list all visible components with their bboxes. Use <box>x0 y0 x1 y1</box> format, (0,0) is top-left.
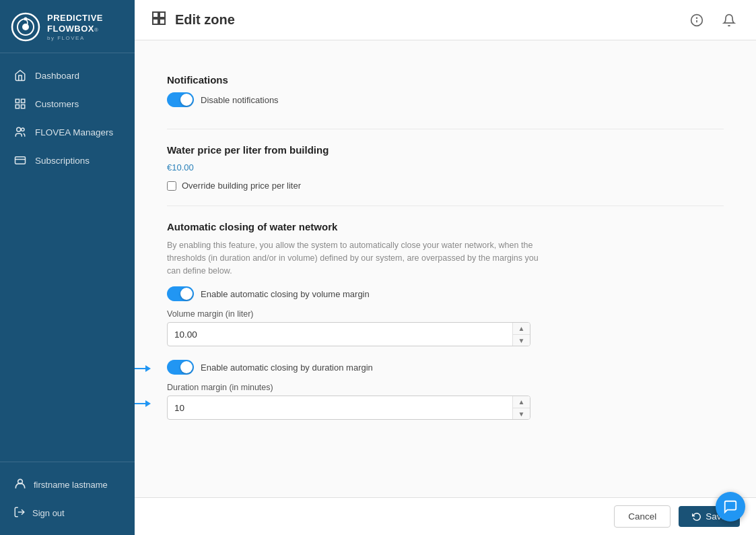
disable-notifications-row: Disable notifications <box>167 92 724 107</box>
duration-input-arrow <box>135 400 151 407</box>
duration-section: Enable automatic closing by duration mar… <box>167 360 724 420</box>
svg-rect-17 <box>153 19 158 24</box>
logo-sub: by FLOVEA <box>47 35 103 41</box>
sidebar-logo: PREDICTIVEFLOWBOX® by FLOVEA <box>0 0 135 53</box>
signout-icon <box>13 506 26 520</box>
main-content: Edit zone Notifications Disable notifica… <box>135 0 756 535</box>
auto-close-description: By enabling this feature, you allow the … <box>167 239 544 277</box>
override-price-row: Override building price per liter <box>167 181 724 191</box>
sidebar: PREDICTIVEFLOWBOX® by FLOVEA Dashboard C… <box>0 0 135 535</box>
save-icon <box>692 512 701 522</box>
managers-icon <box>13 125 27 139</box>
arrow-line <box>135 368 145 369</box>
cancel-button[interactable]: Cancel <box>614 505 671 528</box>
sidebar-item-label-dashboard: Dashboard <box>35 71 79 81</box>
svg-rect-15 <box>160 12 165 18</box>
duration-toggle-row: Enable automatic closing by duration mar… <box>167 360 724 375</box>
volume-input[interactable] <box>167 322 530 346</box>
info-button[interactable] <box>686 9 708 31</box>
volume-spin-down[interactable]: ▼ <box>513 335 530 346</box>
volume-toggle-thumb <box>180 288 193 300</box>
form-footer: Cancel Save <box>135 497 756 535</box>
sidebar-item-dashboard[interactable]: Dashboard <box>0 61 135 90</box>
volume-toggle-row: Enable automatic closing by volume margi… <box>167 286 724 301</box>
sidebar-item-customers[interactable]: Customers <box>0 90 135 118</box>
signout-label: Sign out <box>32 508 65 518</box>
signout-button[interactable]: Sign out <box>0 499 135 527</box>
duration-toggle-label: Enable automatic closing by duration mar… <box>201 363 373 373</box>
duration-spin-up[interactable]: ▲ <box>513 396 530 408</box>
svg-rect-4 <box>15 99 19 102</box>
page-title: Edit zone <box>175 12 235 28</box>
duration-toggle-track <box>167 360 194 375</box>
volume-spin-up[interactable]: ▲ <box>513 323 530 335</box>
duration-spin-buttons: ▲ ▼ <box>512 396 530 419</box>
sidebar-item-label-flovea: FLOVEA Managers <box>35 127 113 137</box>
volume-field-label: Volume margin (in liter) <box>167 309 724 319</box>
sidebar-item-subscriptions[interactable]: Subscriptions <box>0 146 135 175</box>
home-icon <box>13 69 27 82</box>
logo-brand: PREDICTIVEFLOWBOX® <box>47 13 103 34</box>
arrow-line-2 <box>135 403 145 404</box>
duration-input[interactable] <box>167 396 530 420</box>
username-label: firstname lastname <box>34 480 108 490</box>
header-actions <box>686 9 740 31</box>
user-avatar-icon <box>13 477 27 493</box>
svg-rect-10 <box>15 157 26 164</box>
auto-close-section: Automatic closing of water network By en… <box>167 206 724 435</box>
disable-notifications-toggle[interactable] <box>167 92 194 107</box>
notifications-bell-button[interactable] <box>718 9 740 31</box>
override-price-label[interactable]: Override building price per liter <box>182 181 301 191</box>
customers-icon <box>13 97 27 111</box>
edit-zone-icon <box>151 10 167 30</box>
notifications-title: Notifications <box>167 74 724 86</box>
duration-toggle-thumb <box>180 361 193 373</box>
override-price-checkbox[interactable] <box>167 181 176 191</box>
svg-rect-16 <box>160 19 165 24</box>
toggle-track <box>167 92 194 107</box>
volume-toggle-label: Enable automatic closing by volume margi… <box>201 289 370 299</box>
volume-field-group: Volume margin (in liter) ▲ ▼ <box>167 309 724 346</box>
logo-text-block: PREDICTIVEFLOWBOX® by FLOVEA <box>47 13 103 40</box>
duration-toggle[interactable] <box>167 360 194 375</box>
volume-spin-buttons: ▲ ▼ <box>512 323 530 346</box>
form-content: Notifications Disable notifications Wate… <box>135 40 756 497</box>
sidebar-nav: Dashboard Customers FLOVEA Managers Subs… <box>0 53 135 462</box>
sidebar-item-flovea-managers[interactable]: FLOVEA Managers <box>0 118 135 146</box>
page-header: Edit zone <box>135 0 756 40</box>
chat-bubble-button[interactable] <box>716 492 745 522</box>
svg-point-9 <box>22 128 25 131</box>
svg-rect-14 <box>153 12 158 18</box>
page-title-group: Edit zone <box>151 10 235 30</box>
volume-toggle[interactable] <box>167 286 194 301</box>
water-price-section: Water price per liter from building €10.… <box>167 129 724 206</box>
duration-field-group: Duration margin (in minutes) ▲ ▼ <box>167 383 724 420</box>
water-price-value: €10.00 <box>167 162 724 172</box>
arrow-head <box>145 365 151 372</box>
notifications-section: Notifications Disable notifications <box>167 59 724 129</box>
volume-toggle-track <box>167 286 194 301</box>
sidebar-bottom: firstname lastname Sign out <box>0 462 135 535</box>
svg-rect-5 <box>22 99 25 102</box>
subscriptions-icon <box>13 154 27 167</box>
duration-field-label: Duration margin (in minutes) <box>167 383 724 392</box>
svg-rect-7 <box>22 105 25 108</box>
logo-icon <box>11 12 40 42</box>
auto-close-title: Automatic closing of water network <box>167 221 724 232</box>
duration-arrow-annotation <box>135 365 151 372</box>
svg-rect-6 <box>15 105 19 108</box>
sidebar-item-label-customers: Customers <box>35 99 79 109</box>
user-info: firstname lastname <box>0 470 135 499</box>
water-price-title: Water price per liter from building <box>167 144 724 156</box>
chat-icon <box>723 499 738 514</box>
toggle-thumb <box>180 94 193 106</box>
duration-spin-down[interactable]: ▼ <box>513 408 530 420</box>
duration-field-outer: Duration margin (in minutes) ▲ ▼ <box>167 383 724 420</box>
arrow-head-2 <box>145 400 151 407</box>
svg-point-8 <box>17 127 21 131</box>
volume-input-wrap: ▲ ▼ <box>167 322 530 346</box>
duration-input-wrap: ▲ ▼ <box>167 396 530 420</box>
disable-notifications-label: Disable notifications <box>201 95 279 105</box>
sidebar-item-label-subscriptions: Subscriptions <box>35 156 90 166</box>
